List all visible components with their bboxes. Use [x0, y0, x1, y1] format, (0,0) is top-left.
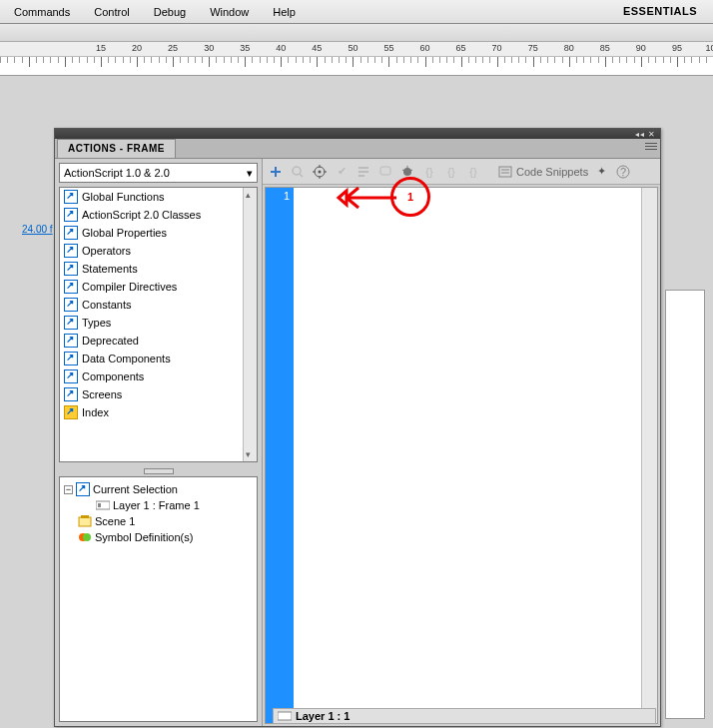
- menu-control[interactable]: Control: [82, 3, 141, 21]
- ruler-number: 50: [348, 43, 357, 53]
- category-label: Deprecated: [82, 335, 139, 347]
- target-icon[interactable]: [311, 163, 329, 181]
- toolbox-category[interactable]: Screens: [60, 385, 257, 403]
- toolbox-category[interactable]: ActionScript 2.0 Classes: [60, 206, 257, 224]
- menu-help[interactable]: Help: [261, 3, 308, 21]
- fps-display[interactable]: 24.00 f: [22, 224, 53, 235]
- script-version-select[interactable]: ActionScript 1.0 & 2.0 ▾: [59, 163, 258, 183]
- ruler-number: 75: [528, 43, 538, 53]
- dropdown-caret-icon: ▾: [247, 167, 253, 180]
- actions-left-column: ActionScript 1.0 & 2.0 ▾ Global Function…: [55, 159, 263, 726]
- category-label: Global Functions: [82, 191, 165, 203]
- category-label: Global Properties: [82, 227, 167, 239]
- panel-menu-icon[interactable]: [644, 141, 658, 153]
- book-icon: [64, 226, 78, 240]
- autoformat-icon[interactable]: [355, 163, 372, 181]
- book-icon: [64, 316, 78, 330]
- svg-rect-19: [358, 175, 364, 177]
- frame-label[interactable]: Layer 1 : Frame 1: [113, 499, 200, 511]
- frame-icon: [278, 709, 292, 723]
- ruler-number: 80: [564, 43, 574, 53]
- category-label: ActionScript 2.0 Classes: [82, 209, 201, 221]
- debug-icon[interactable]: [398, 163, 416, 181]
- svg-rect-17: [358, 167, 368, 169]
- toolbox-category[interactable]: Types: [60, 314, 257, 332]
- check-syntax-icon[interactable]: ✔: [333, 163, 351, 181]
- toolbox-category[interactable]: Index: [60, 403, 257, 421]
- ruler-number: 100: [705, 43, 713, 53]
- book-icon: [64, 352, 78, 365]
- actions-right-column: ✔ {} {} {} Code Snippets ✦ ? 1: [263, 159, 660, 726]
- splitter-grip[interactable]: [55, 466, 262, 476]
- category-label: Components: [82, 370, 144, 382]
- code-snippets-button[interactable]: Code Snippets: [498, 166, 588, 178]
- toolbox-category[interactable]: Deprecated: [60, 332, 257, 350]
- toolbox-category[interactable]: Compiler Directives: [60, 278, 257, 296]
- svg-text:?: ?: [620, 166, 626, 178]
- wand-icon[interactable]: ✦: [592, 163, 610, 181]
- script-editor[interactable]: 1: [265, 187, 658, 724]
- editor-scrollbar[interactable]: [641, 188, 657, 723]
- frame-icon: [96, 498, 110, 512]
- panel-collapse-icon[interactable]: ◂◂ ✕: [635, 130, 656, 139]
- menu-commands[interactable]: Commands: [2, 3, 82, 21]
- ruler-number: 65: [456, 43, 466, 53]
- svg-point-21: [403, 168, 411, 176]
- help-icon[interactable]: ?: [614, 163, 632, 181]
- toolbox-category[interactable]: Components: [60, 367, 257, 385]
- svg-point-8: [83, 533, 91, 541]
- scroll-down-icon[interactable]: ▾: [246, 449, 251, 459]
- svg-rect-1: [645, 146, 657, 147]
- toolbox-category[interactable]: Global Functions: [60, 188, 257, 206]
- toolbox-category[interactable]: Data Components: [60, 350, 257, 367]
- status-frame-label: Layer 1 : 1: [296, 710, 350, 722]
- book-icon: [64, 387, 78, 401]
- add-script-icon[interactable]: [267, 163, 285, 181]
- expand-all-icon[interactable]: {}: [464, 163, 482, 181]
- ruler-number: 45: [312, 43, 322, 53]
- collapse-between-icon[interactable]: {}: [420, 163, 438, 181]
- snippets-icon: [498, 166, 512, 178]
- category-label: Operators: [82, 245, 131, 257]
- tree-collapse-icon[interactable]: −: [64, 485, 73, 494]
- workspace-switcher[interactable]: ESSENTIALS: [615, 2, 705, 20]
- document-edge: [665, 290, 705, 719]
- svg-rect-30: [278, 712, 292, 720]
- book-icon: [64, 334, 78, 348]
- svg-rect-6: [81, 515, 89, 518]
- category-label: Compiler Directives: [82, 281, 177, 293]
- tree-scrollbar[interactable]: ▴ ▾: [243, 188, 257, 461]
- svg-rect-20: [380, 167, 390, 175]
- category-label: Index: [82, 406, 109, 418]
- panel-tabbar: ACTIONS - FRAME: [55, 139, 660, 159]
- find-icon[interactable]: [289, 163, 307, 181]
- menu-debug[interactable]: Debug: [142, 3, 198, 21]
- scene-label[interactable]: Scene 1: [95, 515, 135, 527]
- ruler-number: 25: [168, 43, 178, 53]
- panel-dragbar[interactable]: ◂◂ ✕: [55, 129, 660, 139]
- toolbox-category[interactable]: Operators: [60, 242, 257, 260]
- scroll-up-icon[interactable]: ▴: [246, 190, 251, 200]
- toolbox-category[interactable]: Global Properties: [60, 224, 257, 242]
- main-menubar: Commands Control Debug Window Help ESSEN…: [0, 0, 713, 24]
- symbol-icon: [78, 530, 92, 544]
- actions-toolbox-tree[interactable]: Global FunctionsActionScript 2.0 Classes…: [59, 187, 258, 462]
- ruler-number: 40: [276, 43, 286, 53]
- timeline-ruler[interactable]: 1520253035404550556065707580859095100: [0, 42, 713, 76]
- script-version-label: ActionScript 1.0 & 2.0: [64, 167, 170, 179]
- code-text-area[interactable]: [294, 188, 641, 723]
- book-icon: [76, 482, 90, 496]
- menu-window[interactable]: Window: [198, 3, 261, 21]
- ruler-number: 55: [383, 43, 393, 53]
- toolbox-category[interactable]: Constants: [60, 296, 257, 314]
- book-icon: [64, 298, 78, 312]
- tab-actions-frame[interactable]: ACTIONS - FRAME: [57, 139, 176, 158]
- collapse-selection-icon[interactable]: {}: [442, 163, 460, 181]
- script-navigator[interactable]: − Current Selection Layer 1 : Frame 1 Sc…: [59, 476, 258, 722]
- symbols-label[interactable]: Symbol Definition(s): [95, 531, 193, 543]
- svg-rect-4: [98, 503, 101, 507]
- ruler-number: 70: [492, 43, 502, 53]
- show-hint-icon[interactable]: [376, 163, 394, 181]
- ruler-number: 35: [240, 43, 250, 53]
- toolbox-category[interactable]: Statements: [60, 260, 257, 278]
